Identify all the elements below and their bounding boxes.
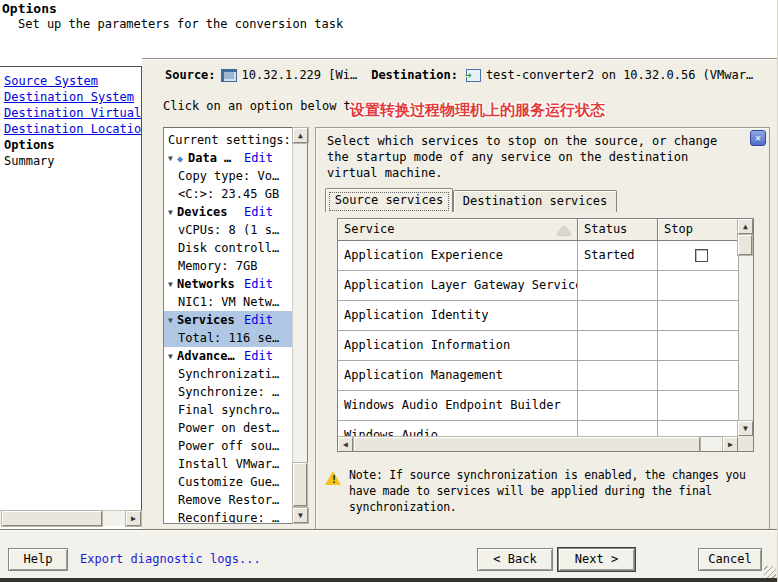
source-value: 10.32.1.229 [Wi… xyxy=(242,68,358,82)
sidebar-horizontal-scrollbar[interactable]: ▶ xyxy=(0,510,141,526)
tree-item-final-sync: Final synchro… xyxy=(164,401,292,419)
column-header-service[interactable]: Service xyxy=(338,219,578,241)
edit-link-advanced[interactable]: Edit xyxy=(244,347,273,365)
current-settings-tree: Current settings: ▼◆Data …Edit Copy type… xyxy=(163,127,308,524)
edit-link-services[interactable]: Edit xyxy=(244,311,273,329)
sidebar-item-summary: Summary xyxy=(0,153,141,169)
scrollbar-thumb[interactable] xyxy=(2,511,102,526)
scroll-down-button[interactable]: ▼ xyxy=(738,421,753,436)
tree-item-services-total: Total: 116 se… xyxy=(164,329,292,347)
sidebar-item-destination-location[interactable]: Destination Location xyxy=(0,121,141,137)
table-row[interactable]: Application Experience Started xyxy=(338,241,753,271)
edit-link-data[interactable]: Edit xyxy=(244,149,273,167)
tree-item-networks[interactable]: ▼NetworksEdit xyxy=(164,275,292,293)
window-bottom-edge xyxy=(0,578,778,582)
tree-item-services[interactable]: ▼ServicesEdit xyxy=(164,311,292,329)
scroll-left-button[interactable]: ◀ xyxy=(338,437,353,452)
source-destination-bar: Source: 10.32.1.229 [Wi… Destination: te… xyxy=(165,68,773,82)
table-row[interactable]: Application Identity xyxy=(338,301,753,331)
destination-label: Destination: xyxy=(371,68,458,82)
edit-link-devices[interactable]: Edit xyxy=(244,203,273,221)
tree-item-power-off-source: Power off sou… xyxy=(164,437,292,455)
sort-ascending-icon xyxy=(557,226,571,235)
sidebar-item-destination-virtual-machine[interactable]: Destination Virtual M xyxy=(0,105,141,121)
resize-grip[interactable] xyxy=(764,566,776,578)
tree-item-devices[interactable]: ▼DevicesEdit xyxy=(164,203,292,221)
table-horizontal-scrollbar[interactable]: ◀ ▶ xyxy=(338,436,738,451)
next-button[interactable]: Next > xyxy=(558,548,635,571)
instruction-text: Click on an option below to xyxy=(163,99,358,113)
tree-item-advanced[interactable]: ▼Advance…Edit xyxy=(164,347,292,365)
tree-item-remove-restore: Remove Restor… xyxy=(164,491,292,509)
destination-value: test-converter2 on 10.32.0.56 (VMwar… xyxy=(486,68,753,82)
tab-destination-services[interactable]: Destination services xyxy=(453,190,617,212)
tree-title: Current settings: xyxy=(164,131,292,149)
warning-exclamation: ! xyxy=(331,474,337,485)
tree-item-install-tools: Install VMwar… xyxy=(164,455,292,473)
sidebar-item-options: Options xyxy=(0,137,141,153)
wizard-window: Options Set up the parameters for the co… xyxy=(0,0,778,582)
scrollbar-corner xyxy=(738,436,753,451)
column-header-status[interactable]: Status xyxy=(578,219,658,241)
wizard-steps-sidebar: Source System Destination System Destina… xyxy=(0,66,142,526)
tree-item-power-on-dest: Power on dest… xyxy=(164,419,292,437)
tree-item-memory: Memory: 7GB xyxy=(164,257,292,275)
scrollbar-thumb[interactable] xyxy=(354,437,700,452)
scrollbar-thumb[interactable] xyxy=(293,463,307,506)
source-label: Source: xyxy=(165,68,216,82)
tree-item-nic1: NIC1: VM Netw… xyxy=(164,293,292,311)
services-table: Service Status Stop Application Experien… xyxy=(337,218,754,452)
close-icon[interactable]: ✕ xyxy=(750,130,766,146)
tree-item-customize-guest: Customize Gue… xyxy=(164,473,292,491)
tree-item-reconfigure: Reconfigure: … xyxy=(164,509,292,524)
tree-vertical-scrollbar[interactable]: ▲ ▼ xyxy=(292,128,307,523)
vm-green-arrow-icon xyxy=(466,69,481,82)
export-diagnostic-logs-link[interactable]: Export diagnostic logs... xyxy=(80,552,261,566)
edit-link-networks[interactable]: Edit xyxy=(244,275,273,293)
red-annotation-text: 设置转换过程物理机上的服务运行状态 xyxy=(350,101,605,120)
collapse-triangle-icon[interactable]: ▼ xyxy=(168,276,177,293)
note-text: Note: If source synchronization is enabl… xyxy=(349,467,746,515)
tab-source-services[interactable]: Source services xyxy=(325,188,453,212)
tree-item-copy-type: Copy type: Vo… xyxy=(164,167,292,185)
collapse-triangle-icon[interactable]: ▼ xyxy=(168,348,177,365)
tree-item-synchronization: Synchronizati… xyxy=(164,365,292,383)
services-description: Select which services to stop on the sou… xyxy=(327,133,717,181)
table-row[interactable]: Application Information xyxy=(338,331,753,361)
collapse-triangle-icon[interactable]: ▼ xyxy=(168,150,177,167)
table-header-row: Service Status Stop xyxy=(338,219,753,241)
collapse-triangle-icon[interactable]: ▼ xyxy=(168,312,177,329)
computer-icon xyxy=(221,69,237,82)
scroll-down-button[interactable]: ▼ xyxy=(293,508,308,523)
scroll-right-button[interactable]: ▶ xyxy=(723,437,738,452)
tree-item-vcpus: vCPUs: 8 (1 s… xyxy=(164,221,292,239)
table-row[interactable]: Windows Audio Endpoint Builder xyxy=(338,391,753,421)
tree-item-c-drive: <C:>: 23.45 GB xyxy=(164,185,292,203)
page-subtitle: Set up the parameters for the conversion… xyxy=(18,17,343,31)
sidebar-item-source-system[interactable]: Source System xyxy=(0,73,141,89)
sidebar-item-destination-system[interactable]: Destination System xyxy=(0,89,141,105)
data-diamond-icon: ◆ xyxy=(177,150,188,167)
back-button[interactable]: < Back xyxy=(477,548,553,571)
scroll-right-button[interactable]: ▶ xyxy=(126,511,141,526)
tree-item-synchronize: Synchronize: … xyxy=(164,383,292,401)
collapse-triangle-icon[interactable]: ▼ xyxy=(168,204,177,221)
tree-item-disk-controller: Disk controll… xyxy=(164,239,292,257)
stop-checkbox[interactable] xyxy=(695,249,708,262)
table-vertical-scrollbar[interactable]: ▲ ▼ xyxy=(738,219,753,436)
tree-item-data[interactable]: ▼◆Data …Edit xyxy=(164,149,292,167)
table-row[interactable]: Application Layer Gateway Service xyxy=(338,271,753,301)
scroll-up-button[interactable]: ▲ xyxy=(293,128,308,143)
scroll-up-button[interactable]: ▲ xyxy=(738,219,753,234)
help-button[interactable]: Help xyxy=(8,548,68,571)
cancel-button[interactable]: Cancel xyxy=(698,548,762,571)
scrollbar-thumb[interactable] xyxy=(738,235,752,255)
page-title: Options xyxy=(2,1,57,16)
table-row[interactable]: Application Management xyxy=(338,361,753,391)
